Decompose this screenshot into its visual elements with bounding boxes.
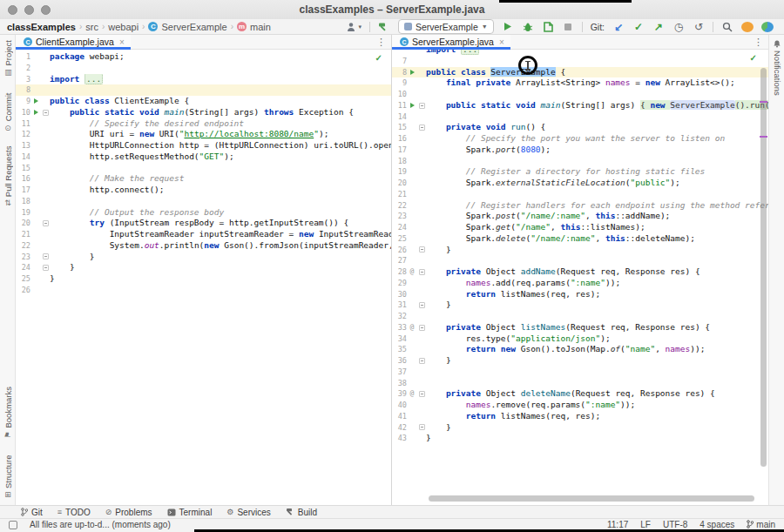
rollback-button[interactable]: ↺ [693,20,705,34]
code-text[interactable]: // Specify the port you want the server … [426,133,768,145]
breadcrumb-class[interactable]: ServerExample [161,22,226,32]
code-text[interactable] [50,63,391,74]
code-text[interactable]: // Specify the desired endpoint [50,118,391,130]
run-line-icon[interactable] [34,98,38,104]
code-text[interactable]: return listNames(req, res); [426,411,768,422]
code-line[interactable]: 25} [16,273,391,285]
run-line-icon[interactable] [410,103,415,108]
close-tab-icon[interactable]: × [119,37,125,47]
fold-icon[interactable] [419,358,425,364]
run-line-icon[interactable] [410,70,415,75]
code-text[interactable]: names.remove(req.params(":name")); [426,400,768,411]
code-text[interactable]: System.out.println(new Gson().fromJson(i… [50,240,391,252]
code-line[interactable]: 16 // Specify the port you want the serv… [392,133,768,145]
code-line[interactable]: 28@ private Object addName(Request req, … [392,266,768,278]
git-branch-widget[interactable]: main [747,520,775,530]
code-line[interactable]: 29 names.add(req.params(":name")); [392,278,768,289]
toolwindow-services[interactable]: ⚙ Services [226,508,270,517]
code-text[interactable]: http.connect(); [50,185,391,196]
code-line[interactable]: 14 [392,111,768,123]
git-commit-button[interactable]: ✓ [632,20,645,34]
fold-icon[interactable] [419,302,425,308]
inspections-ok-icon[interactable]: ✓ [750,53,757,63]
line-separator-indicator[interactable]: LF [640,520,651,529]
code-line[interactable]: 39@ private Object deleteName(Request re… [392,388,768,400]
sidebar-item-bookmarks[interactable]: ⚑ Bookmarks [3,387,13,440]
breadcrumb-webapi[interactable]: webapi [108,22,139,32]
build-project-button[interactable] [378,20,390,34]
code-line[interactable]: 11 public static void main(String[] args… [392,100,768,111]
code-text[interactable] [50,285,391,296]
toolwindow-problems[interactable]: ⊘ Problems [105,508,152,517]
code-line[interactable]: 26 [16,285,391,296]
code-line[interactable]: 34 res.type("application/json"); [392,333,768,345]
code-line[interactable]: 22 // Register handlers for each endpoin… [392,200,768,212]
code-text[interactable] [426,378,768,389]
code-text[interactable]: private Object listNames(Request req, Re… [426,322,768,333]
code-text[interactable]: res.type("application/json"); [426,333,768,345]
breadcrumb-project[interactable]: classExamples [7,22,76,32]
fold-icon[interactable] [419,246,425,253]
toolwindow-git[interactable]: Git [21,508,43,517]
code-text[interactable] [426,189,768,200]
code-text[interactable] [426,367,768,378]
code-text[interactable]: // Output the response body [50,207,391,219]
code-line[interactable]: 43} [392,433,768,444]
code-text[interactable]: import ... [426,50,768,56]
code-line[interactable]: 12 URI uri = new URI("http://localhost:8… [16,129,391,140]
code-text[interactable]: // Make the request [50,173,391,185]
code-line[interactable]: 41 return listNames(req, res); [392,411,768,422]
fold-icon[interactable] [43,110,49,116]
tab-serverexample[interactable]: C ServerExample.java × [392,35,510,49]
code-line[interactable]: 14 http.setRequestMethod("GET"); [16,152,391,163]
code-line[interactable]: 23 } [16,252,391,263]
code-text[interactable] [426,311,768,322]
code-text[interactable] [426,111,768,123]
breadcrumb-src[interactable]: src [85,22,98,32]
caret-position[interactable]: 11:17 [607,520,628,529]
fold-icon[interactable] [419,269,425,275]
code-text[interactable]: } [426,433,768,444]
code-with-me-icon[interactable] [761,22,774,32]
code-line[interactable]: 36 } [392,355,768,367]
code-text[interactable]: Spark.get("/name", this::listNames); [426,222,768,233]
sidebar-item-notifications[interactable]: Notifications [773,40,782,96]
tab-options-icon[interactable]: ⋮ [371,35,391,49]
code-text[interactable]: import ... [50,74,391,85]
gutter-slot[interactable] [30,107,41,118]
code-text[interactable] [50,163,391,174]
code-line[interactable]: 24 Spark.get("/name", this::listNames); [392,222,768,233]
code-text[interactable]: names.add(req.params(":name")); [426,278,768,289]
code-line[interactable]: 7 [392,56,768,67]
code-line[interactable]: 9public class ClientExample { [16,96,391,107]
tab-options-icon[interactable]: ⋮ [748,35,768,49]
git-update-button[interactable]: ↙ [612,20,625,34]
code-text[interactable]: public static void main(String[] args) t… [50,107,391,118]
indent-indicator[interactable]: 4 spaces [700,520,734,529]
code-text[interactable] [426,89,768,100]
search-everywhere-button[interactable] [721,20,733,34]
code-text[interactable]: Spark.externalStaticFileLocation("public… [426,178,768,189]
code-text[interactable]: InputStreamReader inputStreamReader = ne… [50,229,391,240]
tool-window-toggle-icon[interactable] [9,521,17,529]
git-push-button[interactable]: ↗ [652,20,665,34]
sidebar-item-project[interactable]: ▤ Project [3,40,13,77]
code-text[interactable] [426,255,768,266]
code-line[interactable]: 8 [16,84,391,96]
stop-button[interactable] [562,20,574,34]
code-line[interactable]: 25 Spark.delete("/name/:name", this::del… [392,233,768,245]
code-text[interactable]: return listNames(req, res); [426,289,768,300]
gutter-slot[interactable] [30,96,41,107]
code-line[interactable]: 1package webapi; [16,51,391,63]
code-line[interactable]: 9 final private ArrayList<String> names … [392,77,768,89]
code-text[interactable]: Spark.delete("/name/:name", this::delete… [426,233,768,245]
code-line[interactable]: 22 System.out.println(new Gson().fromJso… [16,240,391,252]
code-text[interactable]: Spark.port(8080); [426,145,768,156]
fold-icon[interactable] [43,265,49,271]
code-line[interactable]: 15 [16,163,391,174]
code-text[interactable]: } [50,252,391,263]
learn-ide-icon[interactable] [741,22,754,32]
code-line[interactable]: 20 Spark.externalStaticFileLocation("pub… [392,178,768,189]
code-line[interactable]: 15 private void run() { [392,122,768,133]
code-text[interactable]: Spark.post("/name/:name", this::addName)… [426,211,768,222]
